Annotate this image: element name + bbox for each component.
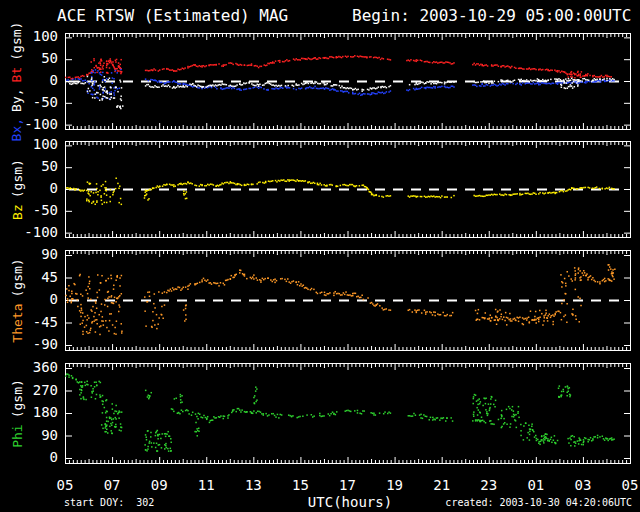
x-tick-label: 09	[142, 477, 176, 493]
x-tick-label: 07	[95, 477, 129, 493]
panel-bxbybt-canvas	[65, 33, 632, 131]
y-tick-label: 0	[8, 181, 58, 196]
x-tick-label: 11	[189, 477, 223, 493]
x-tick-label: 05	[613, 477, 640, 493]
x-tick-label: 01	[519, 477, 553, 493]
y-tick-label: -100	[8, 117, 58, 132]
y-tick-label: 100	[8, 137, 58, 152]
y-tick-label: 45	[8, 270, 58, 285]
y-tick-label: 0	[8, 450, 58, 465]
panel-theta-canvas	[65, 250, 632, 352]
begin-timestamp: Begin: 2003-10-29 05:00:00UTC	[352, 6, 631, 25]
x-tick-label: 15	[283, 477, 317, 493]
y-tick-label: 90	[8, 247, 58, 262]
y-tick-label: 0	[8, 73, 58, 88]
y-tick-label: 0	[8, 292, 58, 307]
x-tick-label: 19	[378, 477, 412, 493]
y-tick-label: 270	[8, 383, 58, 398]
y-tick-label: 360	[8, 360, 58, 375]
y-tick-label: 50	[8, 51, 58, 66]
x-tick-label: 17	[331, 477, 365, 493]
y-tick-label: 50	[8, 159, 58, 174]
x-axis-title: UTC(hours)	[285, 494, 415, 510]
y-tick-label: -50	[8, 95, 58, 110]
y-tick-label: 100	[8, 29, 58, 44]
x-tick-label: 05	[48, 477, 82, 493]
x-tick-label: 13	[236, 477, 270, 493]
x-tick-label: 23	[472, 477, 506, 493]
x-tick-label: 21	[425, 477, 459, 493]
y-tick-label: -45	[8, 315, 58, 330]
y-tick-label: 180	[8, 405, 58, 420]
created-timestamp: created: 2003-10-30 04:20:06UTC	[445, 497, 632, 508]
panel-bz-canvas	[65, 141, 632, 239]
start-doy-label: start DOY: 302	[64, 497, 154, 508]
page-title: ACE RTSW (Estimated) MAG	[57, 6, 288, 25]
y-tick-label: -90	[8, 337, 58, 352]
y-tick-label: -50	[8, 203, 58, 218]
ace-rtsw-mag-plot: ACE RTSW (Estimated) MAG Begin: 2003-10-…	[0, 0, 640, 512]
x-tick-label: 03	[566, 477, 600, 493]
y-tick-label: -100	[8, 225, 58, 240]
panel-phi-canvas	[65, 363, 632, 465]
y-tick-label: 90	[8, 428, 58, 443]
